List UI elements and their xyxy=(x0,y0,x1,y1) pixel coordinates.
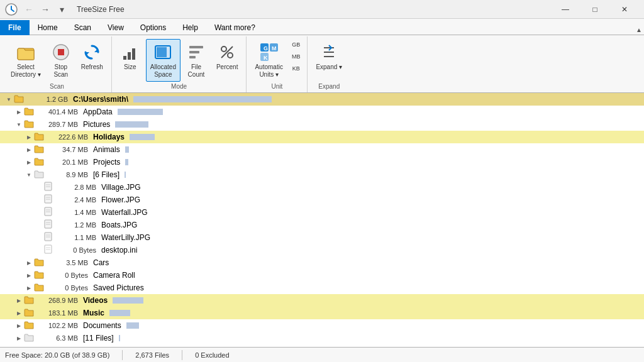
tree-row[interactable]: ▶6.3 MB[11 Files] xyxy=(0,332,644,344)
tab-help[interactable]: Help xyxy=(174,20,206,35)
ribbon-scroll-up[interactable]: ▲ xyxy=(634,25,644,35)
size-bar xyxy=(113,297,143,304)
size-bar xyxy=(125,159,128,165)
percent-button[interactable]: Percent xyxy=(212,39,242,74)
file-count-button[interactable]: FileCount xyxy=(182,39,211,82)
expand-toggle[interactable]: ▶ xyxy=(24,157,34,167)
expand-toggle[interactable]: ▶ xyxy=(14,308,24,318)
tree-row[interactable]: 2.8 MBVillage.JPG xyxy=(0,181,644,194)
expand-toggle[interactable]: ▶ xyxy=(24,132,34,142)
allocated-space-button[interactable]: AllocatedSpace xyxy=(146,39,180,82)
tree-row[interactable]: ▶222.6 MBHolidays xyxy=(0,131,644,143)
expand-toggle[interactable]: ▶ xyxy=(24,283,34,293)
tree-row[interactable]: ▼1.2 GBC:\Users\smith\ xyxy=(0,93,644,106)
folder-icon xyxy=(34,258,44,268)
expand-toggle[interactable]: ▶ xyxy=(14,321,24,331)
tree-row[interactable]: 1.4 MBWaterfall.JPG xyxy=(0,206,644,219)
dropdown-button[interactable]: ▾ xyxy=(54,2,69,17)
select-directory-button[interactable]: SelectDirectory ▾ xyxy=(6,39,45,82)
tree-row[interactable]: ▶183.1 MBMusic xyxy=(0,307,644,319)
tree-row[interactable]: ▶0 BytesSaved Pictures xyxy=(0,282,644,294)
tab-options[interactable]: Options xyxy=(132,20,174,35)
maximize-button[interactable]: □ xyxy=(580,0,609,19)
tree-row[interactable]: 1.2 MBBoats.JPG xyxy=(0,219,644,231)
tree-row[interactable]: ▶3.5 MBCars xyxy=(0,256,644,269)
size-value: 222.6 MB xyxy=(46,133,93,141)
tab-file[interactable]: File xyxy=(0,20,30,35)
gb-button[interactable]: GB xyxy=(289,39,304,50)
tree-row[interactable]: ▶401.4 MBAppData xyxy=(0,106,644,118)
kb-button[interactable]: KB xyxy=(289,63,304,74)
size-bar-wrapper xyxy=(121,322,634,329)
expand-toggle[interactable]: ▼ xyxy=(24,170,34,180)
status-divider-2 xyxy=(182,350,182,360)
expand-toggle[interactable] xyxy=(34,207,44,217)
svg-rect-27 xyxy=(45,182,52,190)
expand-toggle[interactable] xyxy=(34,195,44,205)
expand-toggle[interactable]: ▼ xyxy=(4,94,14,104)
automatic-units-button[interactable]: G M K AutomaticUnits ▾ xyxy=(250,39,287,82)
expand-toggle[interactable]: ▶ xyxy=(14,333,24,343)
mb-button[interactable]: MB xyxy=(289,51,304,62)
mode-group-label: Mode xyxy=(116,82,243,92)
percent-label: Percent xyxy=(216,63,238,71)
minimize-button[interactable]: — xyxy=(551,0,580,19)
unit-size-buttons: GB MB KB xyxy=(289,39,304,74)
expand-toggle[interactable] xyxy=(34,233,44,243)
expand-toggle[interactable] xyxy=(34,220,44,230)
expand-toggle[interactable]: ▶ xyxy=(24,258,34,268)
kb-label: KB xyxy=(292,65,300,72)
expand-toggle[interactable]: ▶ xyxy=(24,270,34,280)
folder-icon xyxy=(34,157,44,168)
tree-row[interactable]: ▶268.9 MBVideos xyxy=(0,294,644,307)
tree-row[interactable]: ▶0 BytesCamera Roll xyxy=(0,269,644,282)
svg-text:M: M xyxy=(272,45,277,52)
tab-home[interactable]: Home xyxy=(30,20,66,35)
tree-row[interactable]: 2.4 MBFlower.JPG xyxy=(0,194,644,206)
size-value: 0 Bytes xyxy=(46,272,93,279)
close-button[interactable]: ✕ xyxy=(610,0,639,19)
tree-row[interactable]: ▶20.1 MBProjects xyxy=(0,156,644,168)
item-name: Videos xyxy=(83,296,108,305)
tree-row[interactable]: ▼289.7 MBPictures xyxy=(0,118,644,131)
tab-wantmore[interactable]: Want more? xyxy=(206,20,264,35)
expand-toggle[interactable]: ▶ xyxy=(14,107,24,117)
mode-buttons: Size AllocatedSpace xyxy=(116,39,243,82)
svg-point-16 xyxy=(228,53,233,58)
expand-group-label: Expand xyxy=(311,82,347,92)
size-value: 20.1 MB xyxy=(46,158,93,166)
tree-row[interactable]: ▶102.2 MBDocuments xyxy=(0,319,644,332)
size-bar xyxy=(130,134,155,140)
tab-scan[interactable]: Scan xyxy=(66,20,99,35)
file-icon xyxy=(44,207,52,218)
size-button[interactable]: Size xyxy=(116,39,145,74)
back-button[interactable]: ← xyxy=(21,2,36,17)
size-bar-wrapper xyxy=(120,159,634,165)
stop-scan-button[interactable]: StopScan xyxy=(47,39,75,82)
tree-row[interactable]: 0 Bytesdesktop.ini xyxy=(0,244,644,256)
item-name: Saved Pictures xyxy=(93,283,144,292)
expand-button[interactable]: Expand ▾ xyxy=(311,39,347,74)
tab-view[interactable]: View xyxy=(99,20,132,35)
size-bar xyxy=(115,121,148,128)
tree-view[interactable]: ▼1.2 GBC:\Users\smith\▶401.4 MBAppData▼2… xyxy=(0,93,644,347)
ribbon-group-scan: SelectDirectory ▾ StopScan xyxy=(3,36,112,92)
item-name: AppData xyxy=(83,107,113,116)
expand-toggle[interactable]: ▼ xyxy=(14,119,24,129)
expand-toggle[interactable] xyxy=(34,182,44,192)
expand-icon xyxy=(319,42,339,62)
size-value: 268.9 MB xyxy=(36,297,83,304)
expand-toggle[interactable]: ▶ xyxy=(24,145,34,155)
tree-row[interactable]: 1.1 MBWaterLilly.JPG xyxy=(0,231,644,244)
folder-icon xyxy=(34,132,44,143)
expand-toggle[interactable] xyxy=(34,245,44,255)
expand-toggle[interactable]: ▶ xyxy=(14,295,24,305)
tree-row[interactable]: ▼8.9 MB[6 Files] xyxy=(0,168,644,181)
size-bar-wrapper xyxy=(110,121,634,128)
forward-button[interactable]: → xyxy=(38,2,53,17)
mb-label: MB xyxy=(292,53,301,60)
file-icon xyxy=(44,232,52,243)
size-value: 1.2 GB xyxy=(26,96,73,103)
tree-row[interactable]: ▶34.7 MBAnimals xyxy=(0,143,644,156)
refresh-button[interactable]: Refresh xyxy=(77,39,108,74)
